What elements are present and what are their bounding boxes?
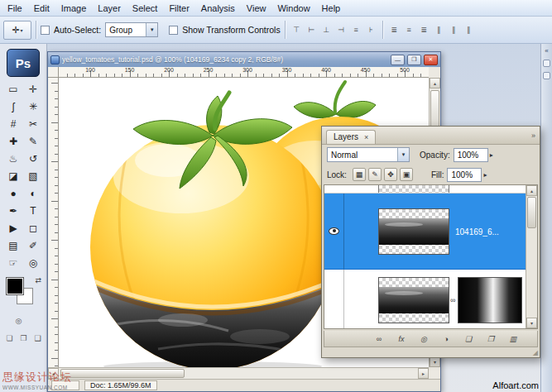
distribute-vertical-centers-button[interactable]: ≡ [402,22,416,38]
distribute-top-edges-button[interactable]: ≣ [387,22,401,38]
layers-panel-header[interactable]: Layers × » [322,127,540,145]
collapsed-dock[interactable]: « [540,44,552,392]
distribute-horizontal-centers-button[interactable]: ∥ [447,22,461,38]
swap-colors-icon[interactable]: ⇄ [35,276,41,284]
menu-analysis[interactable]: Analysis [195,2,241,15]
distribute-bottom-edges-button[interactable]: ≣ [417,22,431,38]
layer-row-selected[interactable]: 104169_6... [324,194,526,270]
type-tool[interactable]: T [23,202,43,219]
align-bottom-edges-button[interactable]: ⊥ [319,22,334,38]
distribute-left-edges-button[interactable]: ∥ [432,22,446,38]
move-tool[interactable]: ✛ [23,80,43,98]
menu-window[interactable]: Window [271,2,315,15]
new-adjustment-layer-button[interactable]: ◑ [439,332,453,346]
menu-edit[interactable]: Edit [28,2,55,15]
menu-select[interactable]: Select [127,2,164,15]
auto-select-checkbox[interactable] [41,26,50,35]
scroll-up-icon[interactable]: ▴ [526,185,537,196]
align-vertical-centers-button[interactable]: ⊢ [305,22,319,38]
maximized-screen-mode-button[interactable]: ❐ [17,330,31,346]
current-tool-button[interactable]: ✛ ▾ [3,21,31,40]
brush-tool[interactable]: ✎ [23,132,43,150]
opacity-field[interactable]: 100% [454,148,488,162]
new-group-button[interactable]: ❏ [462,332,475,346]
lock-image-pixels-button[interactable]: ✎ [368,168,382,181]
layers-scrollbar[interactable]: ▴ ▾ [526,185,537,328]
link-layers-button[interactable]: ∞ [372,332,386,346]
align-horizontal-centers-button[interactable]: ≡ [349,22,363,38]
eye-icon[interactable] [329,227,339,235]
resize-grip-icon[interactable]: ◢ [533,350,538,356]
maximize-button[interactable]: ❐ [407,55,421,65]
layers-tab[interactable]: Layers × [326,130,376,144]
slice-tool[interactable]: ✂ [23,115,43,132]
menu-file[interactable]: File [2,2,28,15]
clone-stamp-tool[interactable]: ♨ [3,150,23,167]
align-right-edges-button[interactable]: ⊦ [364,22,378,38]
visibility-column[interactable] [324,194,344,269]
zoom-tool[interactable]: ◎ [23,254,43,271]
lock-all-button[interactable]: ▣ [400,168,413,181]
layer-thumbnail[interactable] [378,208,449,255]
dodge-tool[interactable]: ◐ [23,184,43,202]
opacity-slider-icon[interactable]: ▸ [490,151,498,159]
visibility-column[interactable] [324,270,344,329]
lock-position-button[interactable]: ✥ [384,168,397,181]
path-selection-tool[interactable]: ▶ [3,219,23,237]
close-button[interactable]: ✕ [424,55,438,65]
history-brush-tool[interactable]: ↺ [23,150,43,167]
layer-row-partial[interactable] [324,185,526,194]
menu-layer[interactable]: Layer [92,2,127,15]
lock-transparent-pixels-button[interactable]: ▦ [353,168,366,181]
mask-link-icon[interactable]: ∞ [450,296,455,304]
minimize-button[interactable]: — [391,55,405,65]
pen-tool[interactable]: ✒ [3,202,23,219]
eyedropper-tool[interactable]: ✐ [23,237,43,254]
blur-tool[interactable]: ● [3,184,23,202]
menu-image[interactable]: Image [55,2,93,15]
align-left-edges-button[interactable]: ⊣ [334,22,348,38]
add-layer-mask-button[interactable]: ◎ [417,332,430,346]
menu-help[interactable]: Help [316,2,347,15]
scroll-up-icon[interactable]: ▴ [430,78,440,88]
auto-select-scope-dropdown[interactable]: Group ▾ [105,22,158,37]
standard-screen-mode-button[interactable]: ❏ [2,330,17,346]
expand-dock-icon[interactable]: « [545,47,548,55]
blend-mode-dropdown[interactable]: Normal ▾ [327,147,410,162]
show-transform-controls-checkbox[interactable] [169,26,178,35]
fill-field[interactable]: 100% [447,168,482,182]
magic-wand-tool[interactable]: ✳ [23,98,43,115]
panel-menu-icon[interactable]: » [531,131,535,140]
scrollbar-thumb[interactable] [60,369,185,378]
menu-filter[interactable]: Filter [163,2,194,15]
layer-thumbnail[interactable] [378,277,449,323]
rectangular-marquee-tool[interactable]: ▭ [3,80,23,98]
align-top-edges-button[interactable]: ⊤ [290,22,304,38]
panel-resize-strip[interactable]: ◢ [322,347,540,357]
shape-tool[interactable]: ◻ [23,219,43,237]
horizontal-scrollbar[interactable]: ◂ ▸ [48,367,429,379]
scroll-right-icon[interactable]: ▸ [418,368,429,379]
document-titlebar[interactable]: yellow_tomatoes_tutorial.psd @ 100% (104… [48,52,440,67]
scrollbar-thumb[interactable] [527,197,536,228]
close-tab-icon[interactable]: × [364,133,368,141]
eraser-tool[interactable]: ◪ [3,167,23,184]
notes-tool[interactable]: ▤ [3,237,23,254]
scroll-down-icon[interactable]: ▾ [526,318,537,328]
healing-brush-tool[interactable]: ✚ [3,132,23,150]
new-layer-button[interactable]: ❐ [484,332,497,346]
delete-layer-button[interactable]: ▥ [506,332,520,346]
lasso-tool[interactable]: ʃ [3,98,23,115]
dock-panel-icon[interactable] [543,60,550,67]
add-layer-style-button[interactable]: fx [395,332,408,346]
layer-mask-thumbnail[interactable] [458,277,522,323]
foreground-color-swatch[interactable] [7,278,23,294]
crop-tool[interactable]: # [3,115,23,132]
dock-panel-icon[interactable] [543,72,550,79]
fullscreen-mode-button[interactable]: ❑ [31,330,45,346]
distribute-right-edges-button[interactable]: ∥ [462,22,476,38]
quick-mask-mode-button[interactable]: ◎ [12,313,26,328]
menu-view[interactable]: View [241,2,272,15]
gradient-tool[interactable]: ▧ [23,167,43,184]
fill-slider-icon[interactable]: ▸ [483,171,492,179]
